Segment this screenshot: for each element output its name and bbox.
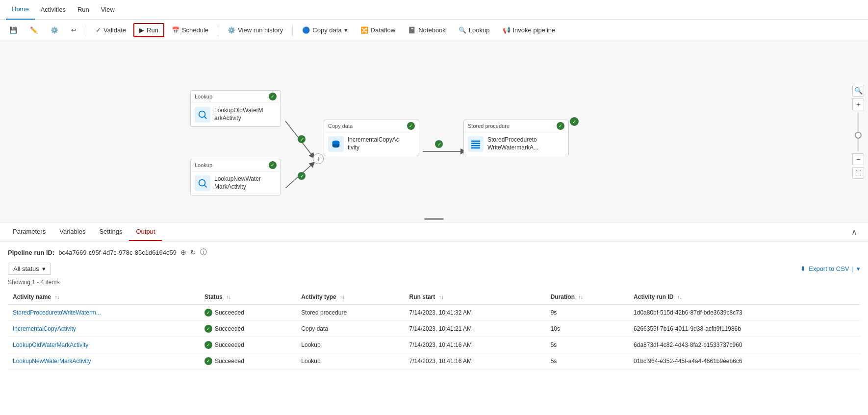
cell-activity-name-2[interactable]: LookupOldWaterMarkActivity [8, 337, 200, 353]
svg-text:✓: ✓ [437, 142, 441, 147]
storedproc-check: ✓ [557, 122, 564, 130]
svg-point-8 [435, 140, 443, 148]
zoom-in-button[interactable]: + [852, 98, 864, 110]
cell-duration-0: 9s [546, 305, 629, 321]
validate-icon: ✓ [96, 26, 101, 34]
col-activity-run-id[interactable]: Activity run ID ↑↓ [629, 290, 860, 305]
svg-line-1 [285, 164, 313, 188]
cell-activity-type-2: Lookup [296, 337, 404, 353]
nav-run[interactable]: Run [72, 0, 95, 20]
sort-activity-type[interactable]: ↑↓ [340, 294, 345, 300]
col-activity-name[interactable]: Activity name ↑↓ [8, 290, 200, 305]
storedproc-icon [468, 136, 484, 152]
panel-resize-handle[interactable] [424, 218, 444, 220]
filter-row: All status ▾ ⬇ Export to CSV | ▾ [8, 263, 860, 275]
edit-button[interactable]: ✏️ [25, 24, 43, 37]
cell-status-2: ✓ Succeeded [200, 337, 296, 353]
pipeline-run-id-row: Pipeline run ID: bc4a7669-c95f-4d7c-978c… [8, 242, 860, 263]
pipeline-run-id-label: Pipeline run ID: [8, 249, 54, 256]
nav-activities[interactable]: Activities [35, 0, 72, 20]
copy-data-button[interactable]: 🔵 Copy data ▾ [297, 24, 353, 37]
cell-activity-name-1[interactable]: IncrementalCopyActivity [8, 321, 200, 337]
status-filter-label: All status [13, 265, 39, 272]
view-run-history-button[interactable]: ⚙️ View run history [222, 24, 288, 37]
status-filter-dropdown[interactable]: All status ▾ [8, 263, 51, 275]
undo-icon: ↩ [71, 26, 77, 34]
refresh-button[interactable]: ↻ [190, 248, 196, 256]
zoom-slider [857, 112, 859, 151]
sort-activity-name[interactable]: ↑↓ [54, 294, 59, 300]
tab-parameters[interactable]: Parameters [6, 223, 52, 241]
save-button[interactable]: 💾 [4, 24, 23, 37]
cell-duration-2: 5s [546, 337, 629, 353]
run-button[interactable]: ▶ Run [133, 23, 164, 37]
add-activity-button[interactable]: + [313, 153, 324, 164]
schedule-button[interactable]: 📅 Schedule [166, 24, 214, 37]
zoom-handle[interactable] [855, 132, 862, 139]
tab-variables[interactable]: Variables [52, 223, 92, 241]
col-status[interactable]: Status ↑↓ [200, 290, 296, 305]
panel-collapse-button[interactable]: ∧ [846, 222, 862, 242]
svg-text:✓: ✓ [300, 137, 304, 142]
copy-data-icon: 🔵 [302, 26, 310, 34]
cell-activity-run-id-3: 01bcf964-e352-445f-a4a4-4661b9eeb6c6 [629, 353, 860, 369]
copy-id-button[interactable]: ⊕ [180, 248, 186, 256]
sort-status[interactable]: ↑↓ [226, 294, 231, 300]
cell-status-0: ✓ Succeeded [200, 305, 296, 321]
expand-button[interactable]: ⛶ [852, 167, 864, 179]
dataflow-button[interactable]: 🔀 Dataflow [355, 24, 401, 37]
sort-run-start[interactable]: ↑↓ [439, 294, 444, 300]
settings-button[interactable]: ⚙️ [45, 24, 64, 37]
zoom-out-button[interactable]: − [852, 153, 864, 165]
export-icon: ⬇ [800, 265, 806, 272]
validate-button[interactable]: ✓ Validate [90, 24, 131, 37]
cell-status-3: ✓ Succeeded [200, 353, 296, 369]
sort-activity-run-id[interactable]: ↑↓ [677, 294, 682, 300]
cell-activity-name-0[interactable]: StoredProceduretoWriteWaterm... [8, 305, 200, 321]
nav-view[interactable]: View [95, 0, 121, 20]
nav-home[interactable]: Home [6, 0, 35, 20]
cell-activity-type-0: Stored procedure [296, 305, 404, 321]
svg-rect-17 [471, 145, 480, 146]
cell-activity-run-id-2: 6da873df-4c82-4d43-8fa2-b1533737c960 [629, 337, 860, 353]
edit-icon: ✏️ [30, 26, 38, 34]
table-row: LookupOldWaterMarkActivity ✓ Succeeded L… [8, 337, 860, 353]
canvas-search-button[interactable]: 🔍 [852, 85, 864, 97]
svg-line-11 [204, 117, 206, 119]
lookup1-icon [195, 107, 210, 122]
view-run-history-icon: ⚙️ [228, 26, 235, 34]
svg-line-0 [285, 121, 313, 156]
save-icon: 💾 [9, 26, 17, 34]
dataflow-icon: 🔀 [360, 26, 368, 34]
export-csv-button[interactable]: ⬇ Export to CSV | ▾ [800, 265, 860, 272]
cell-duration-3: 5s [546, 353, 629, 369]
copydata-type-label: Copy data [328, 123, 353, 129]
cell-activity-name-3[interactable]: LookupNewWaterMarkActivity [8, 353, 200, 369]
col-activity-type[interactable]: Activity type ↑↓ [296, 290, 404, 305]
lookup-button[interactable]: 🔍 Lookup [453, 24, 495, 37]
undo-button[interactable]: ↩ [66, 24, 82, 37]
tab-output[interactable]: Output [129, 223, 162, 241]
cell-run-start-0: 7/14/2023, 10:41:32 AM [405, 305, 546, 321]
notebook-button[interactable]: 📓 Notebook [403, 24, 451, 37]
copy-data-dropdown-icon: ▾ [344, 26, 348, 34]
info-button[interactable]: ⓘ [200, 248, 207, 257]
col-duration[interactable]: Duration ↑↓ [546, 290, 629, 305]
svg-rect-18 [471, 147, 480, 148]
svg-line-13 [204, 185, 206, 187]
col-run-start[interactable]: Run start ↑↓ [405, 290, 546, 305]
export-chevron: | [852, 265, 854, 272]
table-header-row: Activity name ↑↓ Status ↑↓ Activity type… [8, 290, 860, 305]
sort-duration[interactable]: ↑↓ [578, 294, 583, 300]
zoom-controls: 🔍 + − ⛶ [852, 85, 864, 179]
invoke-pipeline-button[interactable]: 📢 Invoke pipeline [497, 24, 561, 37]
run-icon: ▶ [139, 26, 144, 34]
export-dropdown-chevron: ▾ [857, 265, 860, 272]
table-row: StoredProceduretoWriteWaterm... ✓ Succee… [8, 305, 860, 321]
settings-icon: ⚙️ [51, 26, 58, 34]
tab-settings[interactable]: Settings [92, 223, 129, 241]
panel-tabs: Parameters Variables Settings Output ∧ [0, 222, 868, 242]
status-filter-chevron: ▾ [42, 265, 46, 272]
lookup-icon: 🔍 [459, 26, 466, 34]
table-row: LookupNewWaterMarkActivity ✓ Succeeded L… [8, 353, 860, 369]
